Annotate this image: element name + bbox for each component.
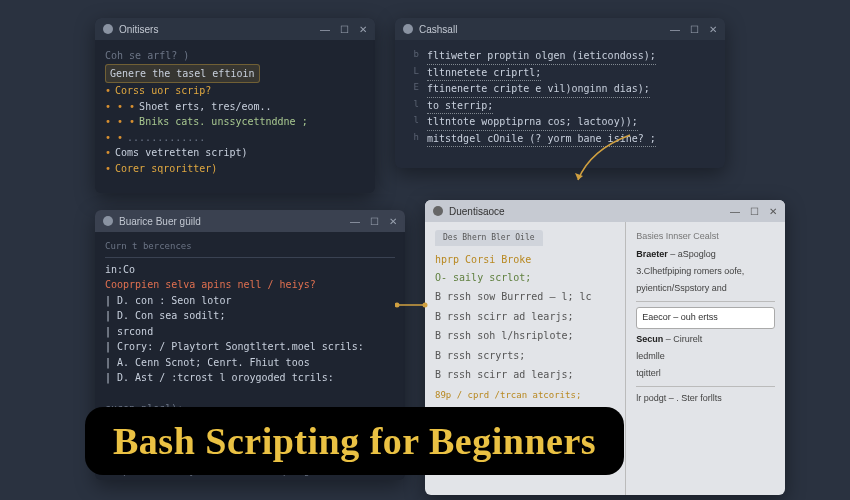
left-footer: 89p / cprd /trcan atcorits; [435,389,615,403]
code-line: lto sterrip; [405,98,715,115]
docs-line: B rssh scirr ad learjs; [435,309,615,325]
app-icon [403,24,413,34]
divider [636,386,775,387]
sidebar-item: Braeter – aSpoglog [636,248,775,262]
titlebar[interactable]: Cashsall — ☐ ✕ [395,18,725,40]
close-icon[interactable]: ✕ [359,24,367,35]
code-line: • • • Bniks cats. unssycettnddne ; [105,114,365,130]
close-icon[interactable]: ✕ [389,216,397,227]
window-controls: — ☐ ✕ [730,206,777,217]
editor-window-1: Onitisers — ☐ ✕ Coh se arfl? )Genere the… [95,18,375,193]
window-title: Buarice Buer güild [119,216,350,227]
app-icon [103,216,113,226]
right-foot-line: lr podgt – . Ster forllts [636,392,775,406]
maximize-icon[interactable]: ☐ [370,216,379,227]
minimize-icon[interactable]: — [320,24,330,35]
terminal-line [105,386,395,402]
window-controls: — ☐ ✕ [320,24,367,35]
minimize-icon[interactable]: — [670,24,680,35]
code-line: • • • Shoet erts, tres/eom.. [105,99,365,115]
maximize-icon[interactable]: ☐ [340,24,349,35]
minimize-icon[interactable]: — [350,216,360,227]
filter-input[interactable]: Eaecor – ouh ertss [636,307,775,329]
titlebar[interactable]: Duentisaoce — ☐ ✕ [425,200,785,222]
window-controls: — ☐ ✕ [350,216,397,227]
terminal-line: | D. Con sea sodilt; [105,308,395,324]
terminal-line: in:Co [105,262,395,278]
code-line: • • ............. [105,130,365,146]
window-title: Onitisers [119,24,320,35]
terminal-line: | D. con : Seon lotor [105,293,395,309]
code-line: • Corer sqroritter) [105,161,365,177]
editor-window-2: Cashsall — ☐ ✕ bfltiweter proptin olgen … [395,18,725,168]
tab-bar: Des Bhern Bler Oile [435,230,615,246]
right-header: Basies Innser Cealst [636,230,775,244]
code-line: Coh se arfl? ) [105,48,365,64]
tab-item[interactable]: Des Bhern Bler Oile [435,230,543,246]
minimize-icon[interactable]: — [730,206,740,217]
code-line: hmitstdgel cOnile (? yorm bane isine? ; [405,131,715,148]
terminal-subtitle: Curn t bercences [105,240,395,258]
app-icon [433,206,443,216]
editor-content[interactable]: Coh se arfl? )Genere the tasel eftioin• … [95,40,375,184]
close-icon[interactable]: ✕ [709,24,717,35]
window-title: Duentisaoce [449,206,730,217]
maximize-icon[interactable]: ☐ [750,206,759,217]
titlebar[interactable]: Onitisers — ☐ ✕ [95,18,375,40]
sidebar-item: ledmlle [636,350,775,364]
code-line: Ltltnnetete criprtl; [405,65,715,82]
maximize-icon[interactable]: ☐ [690,24,699,35]
app-icon [103,24,113,34]
docs-line: B rssh scryrts; [435,348,615,364]
code-line: Eftinenerte cripte e vìl)onginn dias); [405,81,715,98]
docs-line: B rssh sow Burrred — l; lc [435,289,615,305]
terminal-line: | D. Ast / :tcrost l oroygoded tcrils: [105,370,395,386]
left-heading-1: hprp Corsi Broke [435,252,615,268]
titlebar[interactable]: Buarice Buer güild — ☐ ✕ [95,210,405,232]
editor-content[interactable]: bfltiweter proptin olgen (ieticondoss);L… [395,40,725,155]
left-heading-2: O- saily scrlot; [435,270,615,286]
window-title: Cashsall [419,24,670,35]
close-icon[interactable]: ✕ [769,206,777,217]
sidebar-item: Secun – Cirurelt [636,333,775,347]
docs-line: B rssh scirr ad learjs; [435,367,615,383]
docs-line: B rssh soh l/hsriplote; [435,328,615,344]
title-banner: Bash Scripting for Beginners [85,407,624,475]
code-line: bfltiweter proptin olgen (ieticondoss); [405,48,715,65]
terminal-line: Cooprpien selva apins nell / heiys? [105,277,395,293]
divider [636,301,775,302]
code-line: ltltntote wopptiprna cos; lactooy)); [405,114,715,131]
code-line: Genere the tasel eftioin [105,64,365,84]
docs-right-pane[interactable]: Basies Innser Cealst Braeter – aSpoglog3… [626,222,785,495]
sidebar-item: 3.Clhetfpiping romers oofe, [636,265,775,279]
window-controls: — ☐ ✕ [670,24,717,35]
terminal-line: | Crory: / Playtort Songtltert.moel scri… [105,339,395,355]
terminal-line: | A. Cenn Scnot; Cenrt. Fhiut toos [105,355,395,371]
sidebar-item: pyienticn/Sspstory and [636,282,775,296]
terminal-line: | srcond [105,324,395,340]
code-line: • Corss uor scrip? [105,83,365,99]
code-line: • Coms vetretten script) [105,145,365,161]
sidebar-item: tqitterl [636,367,775,381]
